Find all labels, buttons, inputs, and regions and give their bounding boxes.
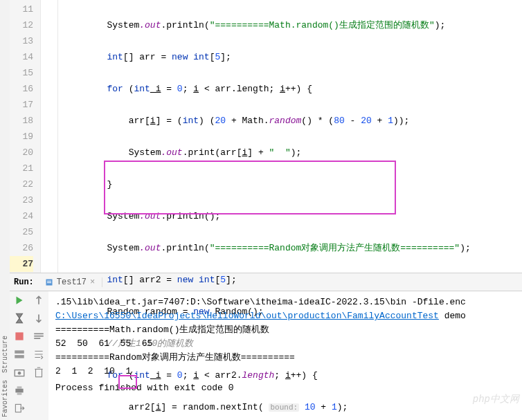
settings-button[interactable] bbox=[13, 312, 26, 325]
console-line: ==========Math.random()生成指定范围的随机数 bbox=[55, 323, 515, 337]
console-line: .15\lib\idea_rt.jar=7407:D:\Software\ith… bbox=[55, 295, 515, 309]
console-line: Process finished with exit code 0 bbox=[55, 381, 515, 395]
print-icon[interactable] bbox=[13, 384, 26, 396]
stop-button[interactable] bbox=[13, 330, 26, 343]
layout-button[interactable] bbox=[13, 348, 26, 360]
code-line: System.out.println("==========Math.rando… bbox=[64, 17, 522, 33]
code-line: arr[i] = (int) (20 + Math.random() * (80… bbox=[64, 113, 522, 129]
run-toolbar-left bbox=[10, 291, 29, 420]
up-button[interactable] bbox=[33, 294, 45, 307]
svg-rect-3 bbox=[15, 332, 23, 340]
code-line: int[] arr = new int[5]; bbox=[64, 49, 522, 65]
svg-rect-9 bbox=[17, 386, 22, 388]
camera-icon[interactable] bbox=[13, 366, 26, 378]
svg-rect-8 bbox=[15, 389, 23, 393]
code-text-area[interactable]: System.out.println("==========Math.rando… bbox=[58, 0, 522, 273]
svg-rect-11 bbox=[15, 404, 21, 412]
svg-rect-10 bbox=[17, 392, 22, 394]
svg-rect-15 bbox=[36, 369, 42, 377]
console-line: 2 1 2 10 1 bbox=[55, 365, 515, 378]
down-button[interactable] bbox=[33, 312, 45, 325]
console-line: ==========Random对象调用方法产生随机数========== bbox=[55, 351, 515, 365]
code-line: } bbox=[64, 176, 522, 192]
svg-rect-4 bbox=[15, 350, 24, 354]
wrap-button[interactable] bbox=[33, 330, 45, 343]
console-output[interactable]: .15\lib\idea_rt.jar=7407:D:\Software\ith… bbox=[48, 291, 522, 420]
run-tool-window: Run: Test17 × bbox=[10, 273, 522, 420]
code-line: int[] arr2 = new int[5]; bbox=[64, 272, 522, 288]
run-label: Run: bbox=[14, 277, 34, 287]
line-number-gutter: 11 12 13 14 15 16 17 18 19 20 21 22 23 2… bbox=[10, 0, 41, 273]
svg-rect-12 bbox=[34, 334, 44, 335]
svg-rect-1 bbox=[47, 280, 51, 281]
console-line: 52 50 61 55 65 bbox=[55, 337, 515, 351]
svg-point-7 bbox=[18, 372, 21, 375]
code-line: System.out.print(arr[i] + " "); bbox=[64, 145, 522, 161]
svg-rect-14 bbox=[34, 338, 40, 339]
application-icon bbox=[45, 278, 53, 286]
favorites-tool[interactable]: Favorites bbox=[1, 380, 9, 417]
svg-rect-2 bbox=[47, 282, 51, 283]
code-line: for (int i = 0; i < arr.length; i++) { bbox=[64, 81, 522, 97]
left-tool-strip[interactable]: Favorites Structure bbox=[0, 0, 10, 420]
code-line: System.out.println(); bbox=[64, 208, 522, 224]
svg-rect-13 bbox=[34, 336, 44, 337]
rerun-button[interactable] bbox=[13, 294, 26, 307]
clear-button[interactable] bbox=[33, 366, 45, 378]
fold-column[interactable] bbox=[41, 0, 58, 273]
code-line: System.out.println("==========Random对象调用… bbox=[64, 240, 522, 256]
structure-tool[interactable]: Structure bbox=[1, 336, 9, 373]
svg-rect-5 bbox=[15, 355, 24, 358]
scroll-button[interactable] bbox=[33, 348, 45, 360]
exit-icon[interactable] bbox=[13, 402, 26, 414]
code-editor[interactable]: 11 12 13 14 15 16 17 18 19 20 21 22 23 2… bbox=[10, 0, 522, 273]
watermark: php中文网 bbox=[473, 392, 519, 406]
console-line: C:\Users\16550\IdeaProjects\HelloWorld\o… bbox=[55, 309, 515, 323]
run-toolbar-right bbox=[29, 291, 48, 420]
path-link[interactable]: C:\Users\16550\IdeaProjects\HelloWorld\o… bbox=[55, 311, 439, 321]
